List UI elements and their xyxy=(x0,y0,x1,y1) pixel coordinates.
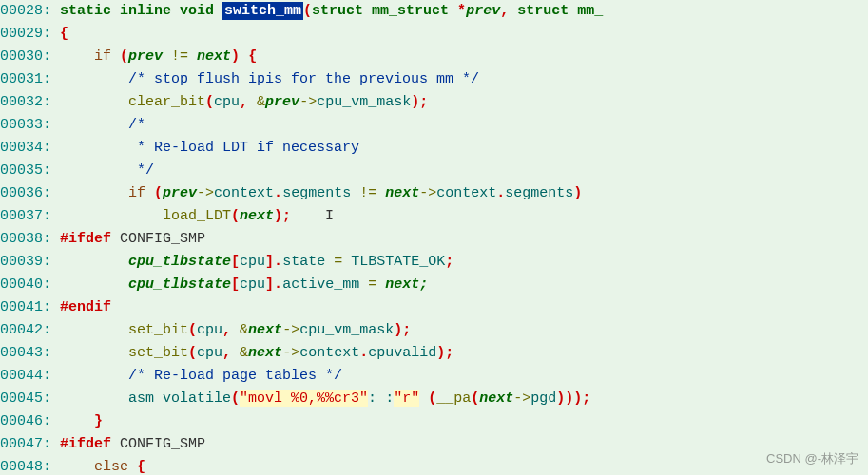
code-line: 00044: /* Re-load page tables */ xyxy=(0,365,868,388)
code-line: 00031: /* stop flush ipis for the previo… xyxy=(0,68,868,91)
code-line: 00035: */ xyxy=(0,160,868,182)
code-line: 00034: * Re-load LDT if necessary xyxy=(0,137,868,160)
code-line: 00037: load_LDT(next); I xyxy=(0,205,868,228)
code-line: 00033: /* xyxy=(0,114,868,137)
code-line: 00039: cpu_tlbstate[cpu].state = TLBSTAT… xyxy=(0,251,868,274)
line-number: 00028: xyxy=(0,3,60,19)
code-line: 00028: static inline void switch_mm(stru… xyxy=(0,0,868,23)
code-line: 00047: #ifdef CONFIG_SMP xyxy=(0,433,868,456)
code-line: 00029: { xyxy=(0,23,868,46)
string-literal: "movl %0,%%cr3" xyxy=(240,390,368,407)
code-line: 00046: } xyxy=(0,410,868,433)
highlighted-function: switch_mm xyxy=(222,2,303,20)
code-line: 00048: else { xyxy=(0,456,868,475)
preprocessor: #ifdef xyxy=(60,231,120,247)
text-cursor-icon: I xyxy=(291,208,334,224)
code-line: 00036: if (prev->context.segments != nex… xyxy=(0,182,868,205)
watermark: CSDN @-林泽宇 xyxy=(766,449,858,469)
code-block: 00028: static inline void switch_mm(stru… xyxy=(0,0,868,475)
comment: /* stop flush ipis for the previous mm *… xyxy=(128,71,479,87)
code-line: 00030: if (prev != next) { xyxy=(0,46,868,68)
code-line: 00043: set_bit(cpu, &next->context.cpuva… xyxy=(0,342,868,365)
code-line: 00041: #endif xyxy=(0,296,868,319)
code-line: 00032: clear_bit(cpu, &prev->cpu_vm_mask… xyxy=(0,91,868,114)
code-line: 00038: #ifdef CONFIG_SMP xyxy=(0,228,868,251)
code-line: 00045: asm volatile("movl %0,%%cr3": :"r… xyxy=(0,388,868,410)
code-line: 00040: cpu_tlbstate[cpu].active_mm = nex… xyxy=(0,274,868,296)
code-line: 00042: set_bit(cpu, &next->cpu_vm_mask); xyxy=(0,319,868,342)
